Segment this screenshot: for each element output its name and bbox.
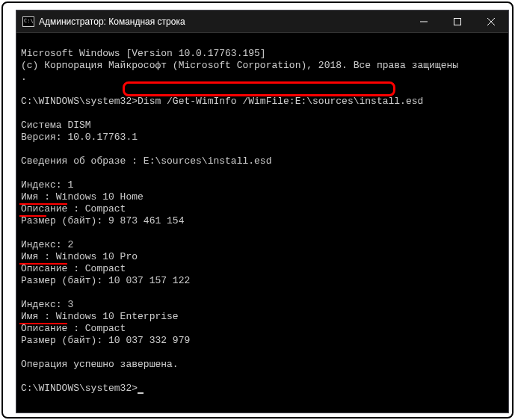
console-line: Описание : Compact bbox=[21, 203, 126, 214]
console-line: Имя : Windows 10 Enterprise bbox=[21, 311, 179, 322]
prompt-path: C:\WINDOWS\system32> bbox=[21, 383, 138, 394]
titlebar[interactable]: Администратор: Командная строка bbox=[16, 10, 508, 33]
console-line: (c) Корпорация Майкрософт (Microsoft Cor… bbox=[21, 60, 458, 71]
console-line: Сведения об образе : E:\sources\install.… bbox=[21, 155, 271, 167]
console-line: Размер (байт): 10 037 332 979 bbox=[21, 335, 190, 346]
prompt-command: Dism /Get-WimInfo /WimFile:E:\sources\in… bbox=[138, 96, 423, 107]
svg-rect-1 bbox=[454, 18, 460, 25]
cmd-icon bbox=[22, 16, 34, 27]
console-line: Описание : Compact bbox=[21, 323, 126, 334]
console-line: Операция успешно завершена. bbox=[21, 359, 179, 370]
cursor bbox=[138, 392, 144, 394]
console-line: Размер (байт): 10 037 157 122 bbox=[21, 275, 190, 286]
window-title: Администратор: Командная строка bbox=[39, 16, 407, 27]
console-line: Описание : Compact bbox=[21, 263, 126, 274]
window-controls bbox=[407, 10, 508, 32]
prompt-path: C:\WINDOWS\system32> bbox=[21, 96, 138, 107]
index-header: Индекс: 1 bbox=[21, 179, 73, 191]
cmd-window: Администратор: Командная строка Microsof… bbox=[16, 10, 508, 413]
console-line: Имя : Windows 10 Pro bbox=[21, 251, 138, 262]
maximize-button[interactable] bbox=[440, 10, 474, 32]
console-line: Имя : Windows 10 Home bbox=[21, 191, 144, 203]
console-line: Cистема DISM bbox=[21, 120, 91, 131]
command-highlight-box bbox=[123, 81, 395, 96]
index-header: Индекс: 2 bbox=[21, 239, 73, 250]
minimize-button[interactable] bbox=[407, 10, 440, 32]
console-line: . bbox=[21, 72, 27, 83]
close-button[interactable] bbox=[474, 10, 508, 32]
console-line: Размер (байт): 9 873 461 154 bbox=[21, 215, 184, 226]
screenshot-frame: Администратор: Командная строка Microsof… bbox=[1, 1, 514, 419]
console-output[interactable]: Microsoft Windows [Version 10.0.17763.19… bbox=[16, 33, 508, 413]
console-line: Microsoft Windows [Version 10.0.17763.19… bbox=[21, 48, 266, 59]
console-line: Версия: 10.0.17763.1 bbox=[21, 132, 138, 143]
index-header: Индекс: 3 bbox=[21, 299, 73, 310]
